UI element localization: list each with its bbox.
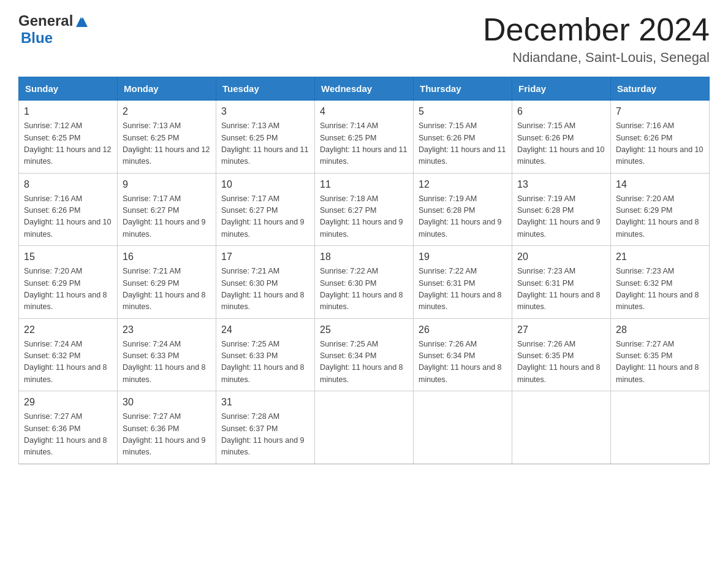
day-info: Sunrise: 7:25 AMSunset: 6:33 PMDaylight:… [221,339,309,386]
day-number: 31 [221,395,309,410]
week-row-1: 1Sunrise: 7:12 AMSunset: 6:25 PMDaylight… [19,101,710,174]
logo: General Blue [18,12,88,47]
day-info: Sunrise: 7:20 AMSunset: 6:29 PMDaylight:… [616,193,704,241]
day-number: 2 [123,104,211,119]
calendar-cell: 28Sunrise: 7:27 AMSunset: 6:35 PMDayligh… [611,318,710,391]
day-info: Sunrise: 7:21 AMSunset: 6:29 PMDaylight:… [123,266,211,313]
day-number: 8 [24,177,112,192]
calendar-cell: 23Sunrise: 7:24 AMSunset: 6:33 PMDayligh… [118,318,216,391]
day-info: Sunrise: 7:23 AMSunset: 6:32 PMDaylight:… [616,266,704,313]
day-number: 27 [517,323,605,337]
day-number: 13 [517,177,605,192]
day-number: 5 [419,104,507,119]
calendar-cell: 4Sunrise: 7:14 AMSunset: 6:25 PMDaylight… [315,101,414,174]
day-number: 18 [320,250,408,264]
day-info: Sunrise: 7:20 AMSunset: 6:29 PMDaylight:… [24,266,112,313]
day-number: 11 [320,177,408,192]
page-subtitle: Ndiandane, Saint-Louis, Senegal [483,50,710,66]
day-info: Sunrise: 7:13 AMSunset: 6:25 PMDaylight:… [123,120,211,168]
day-info: Sunrise: 7:17 AMSunset: 6:27 PMDaylight:… [123,193,211,241]
logo-icon [74,15,88,28]
day-info: Sunrise: 7:27 AMSunset: 6:36 PMDaylight:… [123,411,211,459]
day-number: 4 [320,104,408,119]
calendar-cell [611,391,710,464]
day-info: Sunrise: 7:22 AMSunset: 6:30 PMDaylight:… [320,266,408,313]
calendar-cell: 29Sunrise: 7:27 AMSunset: 6:36 PMDayligh… [19,391,118,464]
day-info: Sunrise: 7:15 AMSunset: 6:26 PMDaylight:… [419,120,507,168]
calendar-cell: 7Sunrise: 7:16 AMSunset: 6:26 PMDaylight… [611,101,710,174]
calendar-cell: 6Sunrise: 7:15 AMSunset: 6:26 PMDaylight… [512,101,611,174]
day-info: Sunrise: 7:26 AMSunset: 6:35 PMDaylight:… [517,339,605,386]
day-info: Sunrise: 7:28 AMSunset: 6:37 PMDaylight:… [221,411,309,459]
day-info: Sunrise: 7:18 AMSunset: 6:27 PMDaylight:… [320,193,408,241]
day-number: 15 [24,250,112,264]
calendar-cell: 19Sunrise: 7:22 AMSunset: 6:31 PMDayligh… [414,246,512,319]
day-number: 17 [221,250,309,264]
week-row-5: 29Sunrise: 7:27 AMSunset: 6:36 PMDayligh… [19,391,710,464]
calendar-cell: 12Sunrise: 7:19 AMSunset: 6:28 PMDayligh… [414,173,512,246]
page-header: General Blue December 2024 Ndiandane, Sa… [18,12,710,66]
title-area: December 2024 Ndiandane, Saint-Louis, Se… [483,12,710,66]
logo-blue-text: Blue [21,29,53,47]
day-number: 16 [123,250,211,264]
day-number: 12 [419,177,507,192]
day-number: 24 [221,323,309,337]
column-header-saturday: Saturday [611,77,710,101]
day-info: Sunrise: 7:23 AMSunset: 6:31 PMDaylight:… [517,266,605,313]
calendar-cell: 13Sunrise: 7:19 AMSunset: 6:28 PMDayligh… [512,173,611,246]
day-number: 22 [24,323,112,337]
day-number: 26 [419,323,507,337]
day-number: 30 [123,395,211,410]
day-info: Sunrise: 7:19 AMSunset: 6:28 PMDaylight:… [517,193,605,241]
calendar-cell: 3Sunrise: 7:13 AMSunset: 6:25 PMDaylight… [216,101,315,174]
calendar-cell: 16Sunrise: 7:21 AMSunset: 6:29 PMDayligh… [118,246,216,319]
calendar-cell: 18Sunrise: 7:22 AMSunset: 6:30 PMDayligh… [315,246,414,319]
calendar-cell [512,391,611,464]
day-info: Sunrise: 7:17 AMSunset: 6:27 PMDaylight:… [221,193,309,241]
calendar-cell: 31Sunrise: 7:28 AMSunset: 6:37 PMDayligh… [216,391,315,464]
day-number: 29 [24,395,112,410]
day-number: 25 [320,323,408,337]
calendar-cell: 14Sunrise: 7:20 AMSunset: 6:29 PMDayligh… [611,173,710,246]
day-number: 9 [123,177,211,192]
calendar-cell: 10Sunrise: 7:17 AMSunset: 6:27 PMDayligh… [216,173,315,246]
calendar-cell: 26Sunrise: 7:26 AMSunset: 6:34 PMDayligh… [414,318,512,391]
day-info: Sunrise: 7:19 AMSunset: 6:28 PMDaylight:… [419,193,507,241]
day-info: Sunrise: 7:13 AMSunset: 6:25 PMDaylight:… [221,120,309,168]
calendar-cell: 1Sunrise: 7:12 AMSunset: 6:25 PMDaylight… [19,101,118,174]
calendar-cell: 24Sunrise: 7:25 AMSunset: 6:33 PMDayligh… [216,318,315,391]
column-header-thursday: Thursday [414,77,512,101]
calendar-cell: 27Sunrise: 7:26 AMSunset: 6:35 PMDayligh… [512,318,611,391]
week-row-2: 8Sunrise: 7:16 AMSunset: 6:26 PMDaylight… [19,173,710,246]
day-number: 20 [517,250,605,264]
day-info: Sunrise: 7:25 AMSunset: 6:34 PMDaylight:… [320,339,408,386]
column-header-wednesday: Wednesday [315,77,414,101]
calendar-cell [414,391,512,464]
column-header-tuesday: Tuesday [216,77,315,101]
calendar-cell: 2Sunrise: 7:13 AMSunset: 6:25 PMDaylight… [118,101,216,174]
calendar-cell [315,391,414,464]
calendar-cell: 30Sunrise: 7:27 AMSunset: 6:36 PMDayligh… [118,391,216,464]
day-info: Sunrise: 7:22 AMSunset: 6:31 PMDaylight:… [419,266,507,313]
day-number: 19 [419,250,507,264]
day-info: Sunrise: 7:24 AMSunset: 6:33 PMDaylight:… [123,339,211,386]
week-row-4: 22Sunrise: 7:24 AMSunset: 6:32 PMDayligh… [19,318,710,391]
day-info: Sunrise: 7:27 AMSunset: 6:36 PMDaylight:… [24,411,112,459]
calendar-cell: 17Sunrise: 7:21 AMSunset: 6:30 PMDayligh… [216,246,315,319]
day-info: Sunrise: 7:14 AMSunset: 6:25 PMDaylight:… [320,120,408,168]
day-number: 23 [123,323,211,337]
calendar-cell: 20Sunrise: 7:23 AMSunset: 6:31 PMDayligh… [512,246,611,319]
day-number: 14 [616,177,704,192]
day-info: Sunrise: 7:27 AMSunset: 6:35 PMDaylight:… [616,339,704,386]
calendar-cell: 21Sunrise: 7:23 AMSunset: 6:32 PMDayligh… [611,246,710,319]
calendar-cell: 9Sunrise: 7:17 AMSunset: 6:27 PMDaylight… [118,173,216,246]
day-number: 6 [517,104,605,119]
day-number: 10 [221,177,309,192]
page-title: December 2024 [483,12,710,47]
day-number: 21 [616,250,704,264]
column-header-friday: Friday [512,77,611,101]
day-info: Sunrise: 7:16 AMSunset: 6:26 PMDaylight:… [24,193,112,241]
day-info: Sunrise: 7:16 AMSunset: 6:26 PMDaylight:… [616,120,704,168]
calendar-cell: 11Sunrise: 7:18 AMSunset: 6:27 PMDayligh… [315,173,414,246]
column-header-monday: Monday [118,77,216,101]
